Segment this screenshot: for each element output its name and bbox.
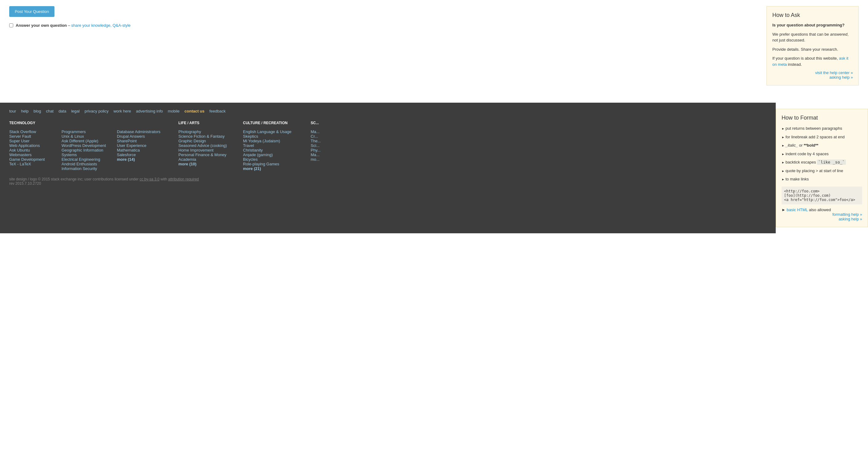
tech-game-dev[interactable]: Game Development	[9, 157, 45, 162]
cr-travel[interactable]: Travel	[243, 143, 254, 148]
basic-html-link[interactable]: basic HTML	[786, 207, 808, 212]
footer-nav-help[interactable]: help	[21, 109, 29, 114]
tech-ux[interactable]: User Experience	[117, 143, 147, 148]
tech-web-apps[interactable]: Web Applications	[9, 143, 40, 148]
sc-6[interactable]: Ma...	[311, 153, 319, 157]
tech-ask-different[interactable]: Ask Different (Apple)	[62, 139, 98, 143]
how-to-format-title: How to Format	[781, 115, 862, 121]
tech-unix[interactable]: Unix & Linux	[62, 134, 84, 139]
tech-more[interactable]: more (14)	[117, 157, 135, 162]
footer-nav-advertising[interactable]: advertising info	[136, 109, 163, 114]
la-scifi[interactable]: Science Fiction & Fantasy	[178, 134, 224, 139]
tech-drupal[interactable]: Drupal Answers	[117, 134, 145, 139]
cc-license-link[interactable]: cc by-sa 3.0	[140, 177, 160, 181]
tech-salesforce[interactable]: Salesforce	[117, 153, 136, 157]
cr-gaming[interactable]: Arqade (gaming)	[243, 153, 273, 157]
footer-categories: TECHNOLOGY Stack Overflow Server Fault S…	[9, 121, 761, 171]
life-arts-list: Photography Science Fiction & Fantasy Gr…	[178, 129, 227, 166]
format-item-2: for linebreak add 2 spaces at end	[781, 134, 862, 140]
attribution-link[interactable]: attribution required	[168, 177, 199, 181]
formatting-help-link[interactable]: formatting help »	[781, 212, 862, 217]
format-item-7: to make links	[781, 176, 862, 182]
footer-nav-feedback[interactable]: feedback	[210, 109, 226, 114]
answer-own-checkbox[interactable]	[9, 23, 13, 27]
la-more[interactable]: more (10)	[178, 162, 196, 166]
cr-skeptics[interactable]: Skeptics	[243, 134, 258, 139]
tech-wordpress[interactable]: WordPress Development	[62, 143, 106, 148]
science-list: Ma... Cr... The... Sci... Phy... Ma... m…	[311, 129, 335, 162]
tech-tex[interactable]: TeX - LaTeX	[9, 162, 31, 166]
format-item-1: put returns between paragraphs	[781, 125, 862, 132]
tech-col1: Stack Overflow Server Fault Super User W…	[9, 129, 55, 171]
tech-electrical[interactable]: Electrical Engineering	[62, 157, 100, 162]
cr-english[interactable]: English Language & Usage	[243, 129, 291, 134]
how-to-ask-links: visit the help center » asking help »	[772, 70, 853, 79]
la-graphic-design[interactable]: Graphic Design	[178, 139, 206, 143]
sc-more[interactable]: mo...	[311, 157, 319, 162]
sc-2[interactable]: Cr...	[311, 134, 318, 139]
tech-dba[interactable]: Database Administrators	[117, 129, 160, 134]
life-arts-section: LIFE / ARTS Photography Science Fiction …	[178, 121, 227, 171]
visit-help-center-link[interactable]: visit the help center »	[772, 70, 853, 75]
tech-webmasters[interactable]: Webmasters	[9, 153, 32, 157]
top-section: Post Your Question Answer your own quest…	[0, 0, 868, 103]
la-academia[interactable]: Academia	[178, 157, 196, 162]
la-seasoned-advice[interactable]: Seasoned Advice (cooking)	[178, 143, 227, 148]
answer-own-label: Answer your own question – share your kn…	[16, 23, 131, 28]
sc-4[interactable]: Sci...	[311, 143, 319, 148]
footer-nav-contact[interactable]: contact us	[185, 109, 205, 114]
tech-mathematica[interactable]: Mathematica	[117, 148, 140, 153]
share-knowledge-link[interactable]: share your knowledge, Q&A-style	[71, 23, 131, 28]
footer-nav-work-here[interactable]: work here	[114, 109, 131, 114]
sc-1[interactable]: Ma...	[311, 129, 319, 134]
tech-infosec[interactable]: Information Security	[62, 166, 97, 171]
la-home-improvement[interactable]: Home Improvement	[178, 148, 214, 153]
answer-own-row: Answer your own question – share your kn…	[9, 23, 757, 28]
footer-nav-blog[interactable]: blog	[33, 109, 41, 114]
main-content: Post Your Question Answer your own quest…	[9, 6, 757, 90]
links-code-example: <http://foo.com> [foo](http://foo.com) <…	[781, 187, 862, 204]
cr-judaism[interactable]: Mi Yodeya (Judaism)	[243, 139, 280, 143]
tech-server-fault[interactable]: Server Fault	[9, 134, 31, 139]
culture-section: CULTURE / RECREATION English Language & …	[243, 121, 295, 171]
footer-wrapper: tour help blog chat data legal privacy p…	[0, 103, 868, 233]
footer-nav-chat[interactable]: chat	[46, 109, 54, 114]
format-item-5: backtick escapes `like _so_`	[781, 159, 862, 165]
tech-android[interactable]: Android Enthusiasts	[62, 162, 97, 166]
footer-nav-mobile[interactable]: mobile	[167, 109, 179, 114]
la-personal-finance[interactable]: Personal Finance & Money	[178, 153, 226, 157]
cr-more[interactable]: more (21)	[243, 166, 261, 171]
sidebar: How to Ask Is your question about progra…	[767, 6, 859, 90]
tech-programmers[interactable]: Programmers	[62, 129, 86, 134]
asking-help-link-2[interactable]: asking help »	[781, 217, 862, 221]
sc-3[interactable]: The...	[311, 139, 321, 143]
cr-bicycles[interactable]: Bicycles	[243, 157, 258, 162]
post-question-button[interactable]: Post Your Question	[9, 6, 55, 17]
footer-nav-privacy[interactable]: privacy policy	[85, 109, 108, 114]
cr-rpg[interactable]: Role-playing Games	[243, 162, 279, 166]
la-photography[interactable]: Photography	[178, 129, 201, 134]
rev-text: rev 2015.7.10.2720	[9, 181, 761, 186]
how-to-format-list: put returns between paragraphs for lineb…	[781, 125, 862, 182]
how-to-format-box: How to Format put returns between paragr…	[776, 109, 868, 227]
culture-list: English Language & Usage Skeptics Mi Yod…	[243, 129, 295, 171]
sc-5[interactable]: Phy...	[311, 148, 320, 153]
cr-christianity[interactable]: Christianity	[243, 148, 263, 153]
tech-ask-ubuntu[interactable]: Ask Ubuntu	[9, 148, 30, 153]
how-to-format-links: formatting help » asking help »	[781, 212, 862, 221]
technology-section: TECHNOLOGY Stack Overflow Server Fault S…	[9, 121, 163, 171]
tech-stack-overflow[interactable]: Stack Overflow	[9, 129, 36, 134]
how-to-ask-body1: We prefer questions that can be answered…	[772, 31, 853, 43]
footer-nav-data[interactable]: data	[58, 109, 66, 114]
ask-on-meta-link[interactable]: ask it on meta	[772, 56, 848, 67]
backtick-example: `like _so_`	[817, 160, 846, 165]
tech-sharepoint[interactable]: SharePoint	[117, 139, 136, 143]
footer-main: tour help blog chat data legal privacy p…	[0, 103, 770, 233]
technology-heading: TECHNOLOGY	[9, 121, 163, 125]
footer-nav-tour[interactable]: tour	[9, 109, 16, 114]
tech-super-user[interactable]: Super User	[9, 139, 30, 143]
footer-nav-legal[interactable]: legal	[71, 109, 80, 114]
asking-help-link-1[interactable]: asking help »	[772, 75, 853, 79]
how-to-ask-body2: Provide details. Share your research.	[772, 46, 853, 53]
tech-gis[interactable]: Geographic Information Systems	[62, 148, 103, 157]
